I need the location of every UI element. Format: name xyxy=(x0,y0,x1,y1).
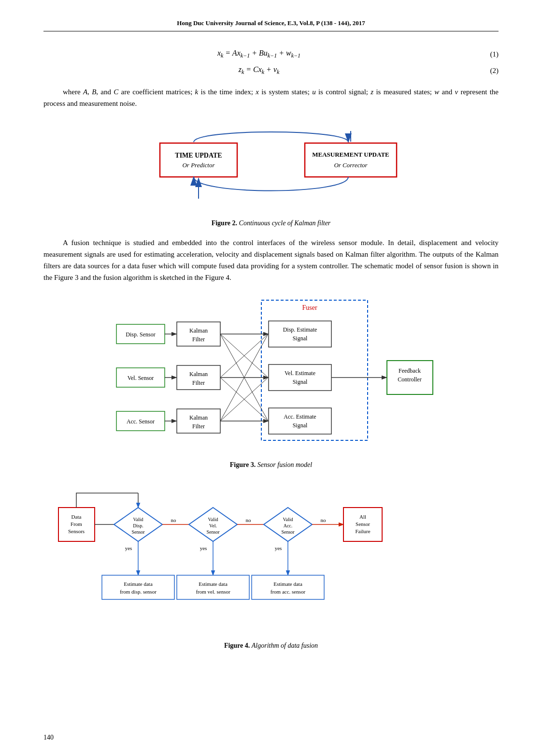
figure-4-container: Data From Sensors Valid Disp. Sensor no … xyxy=(43,479,499,650)
svg-text:Estimate data: Estimate data xyxy=(273,581,302,587)
header-text: Hong Duc University Journal of Science, … xyxy=(177,19,365,27)
svg-text:From: From xyxy=(71,521,82,527)
svg-text:Vel. Estimate: Vel. Estimate xyxy=(285,370,315,377)
svg-text:Feedback: Feedback xyxy=(399,367,421,374)
figure-4-caption: Figure 4. Algorithm of data fusion xyxy=(224,642,318,650)
svg-text:Valid: Valid xyxy=(208,517,218,522)
svg-text:Valid: Valid xyxy=(133,517,143,522)
svg-rect-35 xyxy=(269,408,331,434)
figure-4-caption-italic: Algorithm of data fusion xyxy=(252,642,318,649)
svg-text:Vel. Sensor: Vel. Sensor xyxy=(128,375,154,381)
svg-text:Disp.: Disp. xyxy=(133,523,143,528)
figure-3-caption-italic: Sensor fusion model xyxy=(257,461,313,468)
svg-text:Acc. Sensor: Acc. Sensor xyxy=(127,418,155,425)
figure-3-container: Fuser Disp. Sensor Vel. Sensor Acc. Sens… xyxy=(43,293,499,469)
svg-rect-2 xyxy=(160,143,237,177)
data-fusion-algorithm-diagram: Data From Sensors Valid Disp. Sensor no … xyxy=(54,479,488,638)
figure-2-caption: Figure 2. Continuous cycle of Kalman fil… xyxy=(212,219,331,227)
sensor-fusion-diagram: Fuser Disp. Sensor Vel. Sensor Acc. Sens… xyxy=(102,293,440,457)
svg-text:Filter: Filter xyxy=(192,423,205,430)
figure-2-caption-italic: Continuous cycle of Kalman filter xyxy=(239,219,331,227)
svg-text:Filter: Filter xyxy=(192,336,205,343)
figure-3-caption: Figure 3. Sensor fusion model xyxy=(230,461,312,469)
svg-rect-5 xyxy=(305,143,397,177)
svg-text:Acc. Estimate: Acc. Estimate xyxy=(284,413,316,420)
svg-text:Sensors: Sensors xyxy=(68,528,85,534)
kalman-cycle-diagram: TIME UPDATE Or Predictor MEASUREMENT UPD… xyxy=(131,119,411,216)
svg-text:MEASUREMENT UPDATE: MEASUREMENT UPDATE xyxy=(312,151,389,158)
svg-text:yes: yes xyxy=(125,545,132,551)
svg-text:from acc. sensor: from acc. sensor xyxy=(271,589,306,595)
svg-text:Disp. Estimate: Disp. Estimate xyxy=(283,326,317,333)
svg-text:Valid: Valid xyxy=(283,517,293,522)
svg-text:Signal: Signal xyxy=(293,378,308,385)
svg-text:Or Predictor: Or Predictor xyxy=(182,161,215,169)
svg-text:Failure: Failure xyxy=(355,528,370,534)
svg-text:All: All xyxy=(359,514,366,520)
svg-text:yes: yes xyxy=(200,545,207,551)
svg-text:Acc.: Acc. xyxy=(284,523,293,528)
svg-text:Or Corrector: Or Corrector xyxy=(334,161,368,169)
svg-text:Vel.: Vel. xyxy=(209,523,217,528)
figure-4-caption-bold: Figure 4. xyxy=(224,642,250,649)
page-header: Hong Duc University Journal of Science, … xyxy=(43,19,499,31)
svg-text:Kalman: Kalman xyxy=(189,371,208,378)
svg-text:Controller: Controller xyxy=(398,376,421,383)
equation-2: zk = Cxk + vk (2) xyxy=(43,65,499,76)
svg-text:no: no xyxy=(171,517,177,523)
svg-text:from vel. sensor: from vel. sensor xyxy=(196,589,230,595)
svg-rect-89 xyxy=(102,575,174,599)
svg-text:Filter: Filter xyxy=(192,379,205,386)
svg-text:yes: yes xyxy=(275,545,282,551)
svg-text:Signal: Signal xyxy=(293,335,308,342)
svg-text:from disp. sensor: from disp. sensor xyxy=(120,589,157,595)
figure-2-container: TIME UPDATE Or Predictor MEASUREMENT UPD… xyxy=(43,119,499,227)
svg-text:Data: Data xyxy=(71,514,82,520)
svg-text:Kalman: Kalman xyxy=(189,414,208,421)
eq1-text: xk = Axk−1 + Buk−1 + wk−1 xyxy=(43,49,474,59)
svg-text:Disp. Sensor: Disp. Sensor xyxy=(126,331,155,338)
svg-rect-32 xyxy=(269,364,331,391)
svg-text:Estimate data: Estimate data xyxy=(199,581,228,587)
figure-3-caption-bold: Figure 3. xyxy=(230,461,256,468)
paragraph-2: A fusion technique is studied and embedd… xyxy=(43,237,499,283)
svg-text:no: no xyxy=(246,517,252,523)
svg-text:no: no xyxy=(321,517,327,523)
page-number: 140 xyxy=(43,734,54,741)
svg-text:Signal: Signal xyxy=(293,422,308,429)
paragraph-1: where A, B, and C are coefficient matric… xyxy=(43,86,499,109)
figure-2-caption-bold: Figure 2. xyxy=(212,219,237,227)
equation-1: xk = Axk−1 + Buk−1 + wk−1 (1) xyxy=(43,49,499,59)
svg-rect-29 xyxy=(269,321,331,347)
svg-text:Sensor: Sensor xyxy=(356,521,370,527)
page: Hong Duc University Journal of Science, … xyxy=(0,0,542,756)
eq2-number: (2) xyxy=(474,67,499,75)
svg-text:Kalman: Kalman xyxy=(189,327,208,334)
eq2-text: zk = Cxk + vk xyxy=(43,65,474,76)
svg-text:Sensor: Sensor xyxy=(131,529,145,535)
equations-block: xk = Axk−1 + Buk−1 + wk−1 (1) zk = Cxk +… xyxy=(43,46,499,79)
svg-text:Sensor: Sensor xyxy=(281,529,295,535)
svg-text:Sensor: Sensor xyxy=(206,529,220,535)
svg-rect-92 xyxy=(177,575,249,599)
svg-text:Estimate data: Estimate data xyxy=(124,581,153,587)
eq1-number: (1) xyxy=(474,50,499,58)
svg-text:Fuser: Fuser xyxy=(302,304,317,311)
svg-rect-95 xyxy=(252,575,324,599)
svg-text:TIME UPDATE: TIME UPDATE xyxy=(175,152,222,159)
